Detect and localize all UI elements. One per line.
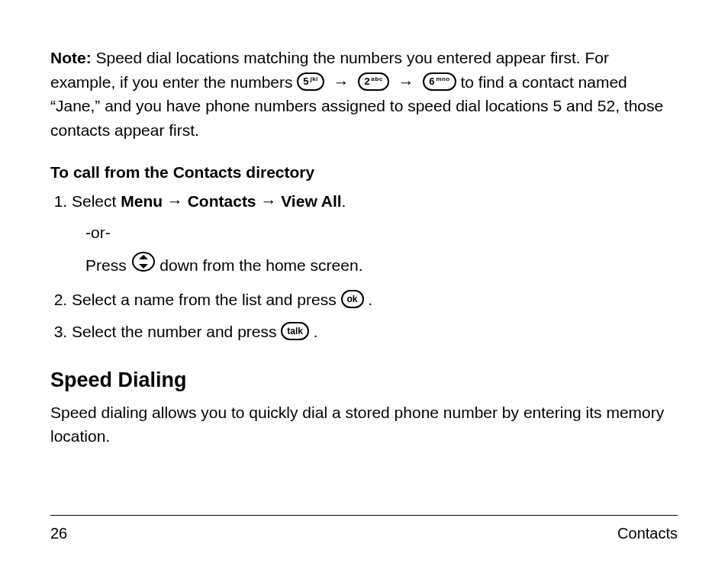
step-2: Select a name from the list and press ok… — [72, 288, 678, 312]
arrow-right-icon: → — [329, 73, 354, 91]
note-paragraph: Note: Speed dial locations matching the … — [50, 46, 678, 142]
key-2abc-icon: 2abc — [358, 72, 388, 91]
step-1: Select Menu → Contacts → View All. -or- … — [72, 189, 678, 281]
arrow-right-icon: → — [393, 73, 418, 91]
step-3: Select the number and press talk . — [72, 320, 678, 344]
svg-marker-1 — [139, 255, 148, 259]
section-body-speed-dialing: Speed dialing allows you to quickly dial… — [50, 401, 678, 449]
navigation-down-icon — [131, 251, 156, 279]
footer-section-label: Contacts — [617, 522, 678, 545]
section-heading-speed-dialing: Speed Dialing — [50, 365, 678, 396]
step-1-or: -or- — [85, 220, 678, 245]
talk-button-icon: talk — [281, 322, 309, 340]
ok-button-icon: ok — [341, 290, 364, 308]
steps-list: Select Menu → Contacts → View All. -or- … — [50, 189, 678, 344]
note-label: Note: — [50, 49, 92, 66]
step-1-press: Press down from the home screen. — [85, 253, 678, 281]
svg-marker-2 — [139, 264, 148, 269]
page-footer: 26 Contacts — [50, 515, 678, 545]
key-6mno-icon: 6mno — [423, 72, 456, 91]
subheading-call-from-contacts: To call from the Contacts directory — [50, 160, 678, 185]
page-number: 26 — [50, 522, 67, 545]
key-5jkl-icon: 5jkl — [297, 72, 324, 91]
